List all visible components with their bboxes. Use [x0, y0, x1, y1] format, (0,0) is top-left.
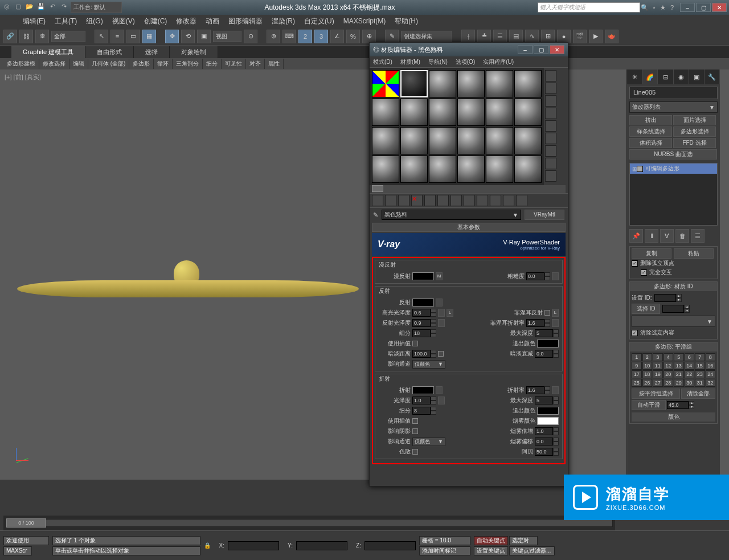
- unique-icon[interactable]: ∀: [660, 229, 674, 243]
- y-coord-field[interactable]: [296, 541, 347, 550]
- mat-slot[interactable]: [514, 70, 542, 97]
- mat-slot[interactable]: [486, 99, 513, 126]
- window-crossing-icon[interactable]: ▦: [142, 30, 156, 43]
- subtab-geometry[interactable]: 几何体 (全部): [88, 59, 129, 69]
- dim-fall-spinner[interactable]: [535, 350, 559, 358]
- search-icon[interactable]: 🔍: [640, 3, 649, 12]
- reset-icon[interactable]: ✕: [411, 195, 423, 206]
- mod-btn-extrude[interactable]: 挤出: [629, 115, 672, 125]
- mat-slot[interactable]: [429, 156, 456, 183]
- mat-slot[interactable]: [400, 99, 428, 126]
- video-color-icon[interactable]: [545, 120, 556, 132]
- rollout-color-header[interactable]: 颜色: [632, 412, 715, 422]
- material-editor-icon[interactable]: ●: [557, 30, 571, 43]
- render-frame-icon[interactable]: ▶: [589, 30, 603, 43]
- pivot-icon[interactable]: ⊙: [244, 30, 257, 43]
- mod-btn-ffdsel[interactable]: FFD 选择: [673, 138, 716, 148]
- tab-create-icon[interactable]: ✳: [627, 70, 642, 84]
- refl-gloss-spinner[interactable]: [412, 319, 436, 327]
- mat-slot[interactable]: [372, 127, 399, 154]
- menu-group[interactable]: 组(G): [86, 17, 103, 26]
- redo-icon[interactable]: ↷: [59, 2, 68, 11]
- named-sel-icon[interactable]: ✎: [385, 30, 399, 43]
- curve-editor-icon[interactable]: ∿: [525, 30, 539, 43]
- subtab-modselection[interactable]: 修改选择: [39, 59, 69, 69]
- mat-minimize-button[interactable]: –: [518, 45, 533, 54]
- select-id-button[interactable]: 选择 ID: [632, 304, 660, 314]
- mat-hscroll[interactable]: [372, 185, 566, 193]
- refl-gloss-map-button[interactable]: [438, 319, 445, 327]
- pin-stack-icon[interactable]: 📌: [629, 229, 643, 243]
- mat-menu-mode[interactable]: 模式(D): [373, 58, 392, 66]
- basic-params-rollout[interactable]: 基本参数: [372, 223, 566, 232]
- copy-button[interactable]: 复制: [632, 248, 671, 259]
- menu-tools[interactable]: 工具(T): [55, 17, 77, 26]
- z-coord-field[interactable]: [364, 541, 416, 550]
- undo-icon[interactable]: ↶: [48, 2, 57, 11]
- mat-slot[interactable]: [486, 70, 513, 97]
- modifier-stack[interactable]: ⊞可编辑多边形: [629, 163, 718, 226]
- rollout-smooth-header[interactable]: 多边形: 平滑组: [630, 342, 717, 351]
- refl-subdiv-spinner[interactable]: [412, 329, 436, 337]
- reflect-color-swatch[interactable]: [412, 299, 434, 306]
- material-name-field[interactable]: 黑色熟料▼: [382, 210, 521, 220]
- align-icon[interactable]: ≛: [477, 30, 491, 43]
- save-icon[interactable]: 💾: [36, 2, 46, 11]
- options-icon[interactable]: [545, 145, 556, 157]
- ribbon-tab-freeform[interactable]: 自由形式: [85, 46, 134, 58]
- mat-editor-titlebar[interactable]: ◎ 材质编辑器 - 黑色熟料 – ▢ ✕: [370, 43, 568, 56]
- show-map-icon[interactable]: [477, 195, 488, 206]
- fog-color-swatch[interactable]: [537, 417, 559, 425]
- ribbon-icon[interactable]: ▤: [509, 30, 523, 43]
- subtab-edit[interactable]: 编辑: [69, 59, 88, 69]
- mat-slot-2-active[interactable]: [400, 70, 428, 97]
- mat-slot[interactable]: [429, 70, 456, 97]
- snap-3d-icon[interactable]: 3: [314, 30, 328, 43]
- snap-2d-icon[interactable]: 2: [298, 30, 312, 43]
- menu-rendering[interactable]: 渲染(R): [272, 17, 295, 26]
- refr-interp-checkbox[interactable]: [412, 418, 418, 424]
- mat-slot[interactable]: [486, 156, 513, 183]
- schematic-icon[interactable]: ⊞: [541, 30, 555, 43]
- refr-gloss-map-button[interactable]: [438, 397, 445, 404]
- subtab-props[interactable]: 属性: [265, 59, 284, 69]
- angle-snap-icon[interactable]: ∠: [330, 30, 344, 43]
- hl-map-button[interactable]: [438, 309, 445, 317]
- select-icon[interactable]: ↖: [95, 30, 108, 43]
- refract-color-swatch[interactable]: [412, 386, 434, 394]
- mat-slot[interactable]: [429, 99, 456, 126]
- viewport-label[interactable]: [+] [前] [真实]: [5, 73, 41, 81]
- object-name-field[interactable]: Line005: [629, 87, 718, 99]
- show-end-icon[interactable]: [490, 195, 501, 206]
- clear-sel-checkbox[interactable]: ✓: [632, 330, 638, 336]
- subtab-subdiv[interactable]: 细分: [203, 59, 222, 69]
- scale-icon[interactable]: ▣: [197, 30, 211, 43]
- refl-interp-checkbox[interactable]: [412, 341, 418, 346]
- viewport[interactable]: [+] [前] [真实]: [0, 70, 729, 480]
- minimize-button[interactable]: –: [680, 3, 695, 12]
- sel-id-spinner[interactable]: ▴▾: [662, 304, 690, 313]
- reflect-map-button[interactable]: [436, 299, 443, 306]
- mat-slot[interactable]: [514, 127, 542, 154]
- menu-modifiers[interactable]: 修改器: [176, 17, 196, 26]
- config-stack-icon[interactable]: ☰: [691, 229, 705, 243]
- mod-btn-nurbs[interactable]: NURBS 曲面选: [629, 149, 717, 160]
- render-setup-icon[interactable]: 🎬: [573, 30, 587, 43]
- delete-iso-checkbox[interactable]: ✓: [632, 260, 638, 267]
- auto-smooth-spinner[interactable]: ▴▾: [667, 400, 694, 410]
- mat-slot[interactable]: [514, 156, 542, 183]
- dim-dist-spinner[interactable]: [412, 350, 436, 358]
- maxscript-label[interactable]: MAXScr: [3, 546, 32, 555]
- auto-key-button[interactable]: 自动关键点: [474, 536, 508, 545]
- mat-slot[interactable]: [457, 99, 485, 126]
- fog-bias-spinner[interactable]: [535, 438, 559, 445]
- workspace-dropdown[interactable]: 工作台: 默认: [71, 2, 122, 13]
- ribbon-tab-selection[interactable]: 选择: [134, 46, 170, 58]
- put-scene-icon[interactable]: [385, 195, 396, 206]
- rotate-icon[interactable]: ⟲: [181, 30, 195, 43]
- help-icon[interactable]: ?: [667, 3, 677, 12]
- mat-slot[interactable]: [457, 156, 485, 183]
- clear-all-button[interactable]: 清除全部: [681, 389, 715, 399]
- mat-id-icon[interactable]: [464, 195, 475, 206]
- refl-depth-spinner[interactable]: [535, 329, 559, 337]
